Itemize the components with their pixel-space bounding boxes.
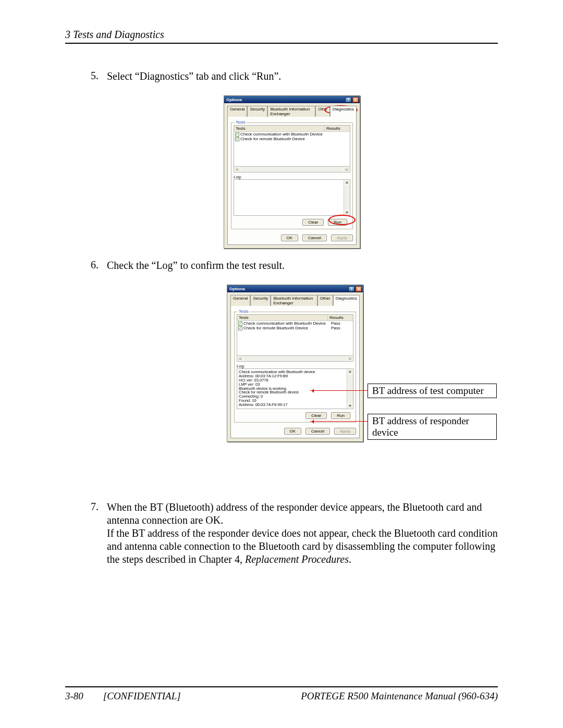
ok-button[interactable]: OK <box>284 428 302 435</box>
callout-test-computer: BT address of test computer <box>368 384 497 398</box>
close-button[interactable]: X <box>356 286 362 292</box>
list-text: Select “Diagnostics” tab and click “Run”… <box>107 70 498 83</box>
scroll-up-icon[interactable]: ▲ <box>347 369 353 374</box>
arrow-icon <box>310 421 368 422</box>
log-box: ▲ ▼ <box>234 179 350 216</box>
result-cell: Pass <box>331 326 352 330</box>
scroll-down-icon[interactable]: ▼ <box>344 210 350 215</box>
close-button[interactable]: X <box>352 97 359 103</box>
callout-responder-device: BT address of responder device <box>368 414 497 440</box>
apply-button: Apply <box>331 235 353 241</box>
grid-col-tests: Tests <box>237 315 328 320</box>
scroll-left-icon[interactable]: < <box>234 167 240 172</box>
h-scrollbar[interactable]: < > <box>237 356 353 362</box>
list-number: 7. <box>86 501 99 566</box>
breadcrumb: 3 Tests and Diagnostics <box>65 29 498 44</box>
scroll-right-icon[interactable]: > <box>347 356 353 361</box>
log-line: Address: 00:03:7A:F6:99:17 <box>239 403 346 407</box>
log-label: Log: <box>234 175 350 179</box>
h-scrollbar[interactable]: < > <box>234 167 350 172</box>
apply-button: Apply <box>334 428 356 435</box>
test-row: Check for remote Bluetooth Device <box>240 137 327 141</box>
tab-security[interactable]: Security <box>250 295 271 306</box>
cancel-button[interactable]: Cancel <box>302 235 327 241</box>
v-scrollbar[interactable]: ▲ ▼ <box>347 369 353 409</box>
tab-other[interactable]: Othe <box>315 106 329 117</box>
help-button[interactable]: ? <box>345 97 351 103</box>
test-row: Check communication with Bluetooth Devic… <box>240 132 327 137</box>
checkbox-icon[interactable]: ✓ <box>238 326 242 330</box>
scroll-left-icon[interactable]: < <box>237 356 243 361</box>
page-footer: 3-80 [CONFIDENTIAL] PORTEGE R500 Mainten… <box>65 686 498 702</box>
grid-col-tests: Tests <box>234 126 325 131</box>
tab-bie[interactable]: Bluetooth Information Exchanger <box>267 106 315 117</box>
tests-group-label: Tests <box>235 120 247 125</box>
tab-bie[interactable]: Bluetooth Information Exchanger <box>271 295 317 306</box>
scroll-down-icon[interactable]: ▼ <box>347 403 353 409</box>
list-text: When the BT (Bluetooth) address of the r… <box>107 501 498 566</box>
tab-diagnostics[interactable]: Diagnostics <box>330 106 357 117</box>
help-button[interactable]: ? <box>348 286 354 292</box>
clear-button[interactable]: Clear <box>302 219 324 226</box>
options-dialog-1: Options ? X General Security Bluetooth I… <box>224 95 360 249</box>
dialog-title: Options <box>226 97 242 102</box>
tests-grid: Tests Results ✓ Check communication with… <box>234 125 350 167</box>
options-dialog-2: Options ? X General Security Bluetooth I… <box>227 285 363 442</box>
scroll-up-icon[interactable]: ▲ <box>344 180 350 185</box>
tab-diagnostics[interactable]: Diagnostics <box>333 295 360 306</box>
checkbox-icon[interactable]: ✓ <box>235 137 239 141</box>
tab-general[interactable]: General <box>230 295 250 306</box>
arrow-icon <box>310 390 368 391</box>
tab-security[interactable]: Security <box>247 106 267 117</box>
tests-grid: Tests Results ✓ Check communication with… <box>237 314 353 356</box>
tab-other[interactable]: Other <box>317 295 333 306</box>
page-number: 3-80 <box>65 690 83 701</box>
grid-col-results: Results <box>328 315 353 320</box>
tab-general[interactable]: General <box>227 106 247 117</box>
confidential-label: [CONFIDENTIAL] <box>103 690 181 701</box>
scroll-right-icon[interactable]: > <box>344 167 350 172</box>
test-row: Check communication with Bluetooth Devic… <box>243 321 330 326</box>
ok-button[interactable]: OK <box>281 235 299 241</box>
log-box: Check communication with Bluetooth devic… <box>237 368 353 409</box>
list-number: 5. <box>86 70 99 83</box>
list-number: 6. <box>86 259 99 272</box>
v-scrollbar[interactable]: ▲ ▼ <box>344 180 350 215</box>
dialog-titlebar: Options ? X <box>227 285 363 292</box>
checkbox-icon[interactable]: ✓ <box>238 322 242 326</box>
list-text: Check the “Log” to confirm the test resu… <box>107 259 498 272</box>
tests-group-label: Tests <box>238 309 250 314</box>
checkbox-icon[interactable]: ✓ <box>235 132 239 137</box>
grid-col-results: Results <box>325 126 350 131</box>
clear-button[interactable]: Clear <box>305 412 327 419</box>
dialog-titlebar: Options ? X <box>224 96 360 103</box>
dialog-title: Options <box>229 287 245 291</box>
manual-title: PORTEGE R500 Maintenance Manual (960-634… <box>301 690 498 702</box>
log-label: Log: <box>237 364 353 368</box>
result-cell: Pass <box>331 321 352 326</box>
cancel-button[interactable]: Cancel <box>305 428 330 435</box>
test-row: Check for remote Bluetooth Device <box>243 326 330 330</box>
run-button[interactable]: Run <box>328 219 347 226</box>
run-button[interactable]: Run <box>331 412 350 419</box>
